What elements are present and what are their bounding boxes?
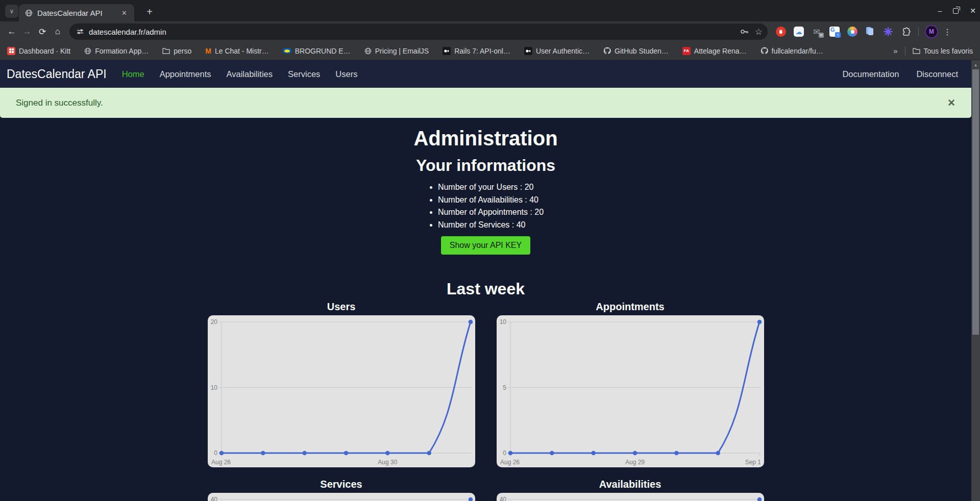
github-icon <box>603 47 611 55</box>
chevron-down-icon: ∨ <box>10 8 14 15</box>
profile-avatar[interactable]: M <box>925 25 938 38</box>
stat-services: Number of Services : 40 <box>438 219 544 232</box>
page-scrollbar[interactable]: ▲ <box>971 60 980 501</box>
nav-link-services[interactable]: Services <box>288 69 320 79</box>
users-chart: 01020Aug 26Aug 30 <box>208 315 475 467</box>
svg-text:Aug 29: Aug 29 <box>625 459 644 466</box>
adblock-hand-icon[interactable] <box>776 27 786 37</box>
forward-icon[interactable]: → <box>19 24 35 39</box>
all-bookmarks-button[interactable]: Tous les favoris <box>913 47 973 55</box>
palette-extension-icon[interactable] <box>847 27 857 37</box>
browser-toolbar: ← → ⟳ ⌂ datescalendar.fr/admin ☆ ☁ ✉ ✕ G <box>0 21 980 42</box>
bookmarks-bar: Dashboard · Kitt Formation App… perso M … <box>0 42 980 60</box>
charts-row-2: Services 02040 Availabilities 02040 <box>0 469 971 501</box>
extensions-puzzle-icon[interactable] <box>901 27 911 37</box>
page-title: Administration <box>0 127 971 149</box>
burst-extension-icon[interactable] <box>883 27 893 37</box>
plus-icon: + <box>146 6 153 18</box>
fa-badge-icon: FA <box>682 47 691 55</box>
svg-text:0: 0 <box>214 449 217 457</box>
bookmarks-overflow-icon[interactable]: » <box>893 46 897 55</box>
site-navbar: DatesCalendar API Home Appointments Avai… <box>0 60 971 88</box>
svg-text:Aug 26: Aug 26 <box>500 459 520 466</box>
nav-link-home[interactable]: Home <box>122 69 144 79</box>
bookmark-pricing-emailjs[interactable]: Pricing | EmailJS <box>364 47 429 55</box>
mistral-m-icon: M <box>205 47 211 55</box>
restore-icon[interactable] <box>953 8 959 14</box>
alert-close-icon[interactable]: ✕ <box>947 97 955 109</box>
toolbar-divider <box>918 27 919 36</box>
bookmark-le-chat-mistral[interactable]: M Le Chat - Mistr… <box>205 47 268 55</box>
window-close-icon[interactable]: ✕ <box>970 7 976 15</box>
menu-kebab-icon[interactable]: ⋮ <box>943 27 951 37</box>
address-bar[interactable]: datescalendar.fr/admin ☆ <box>69 23 768 40</box>
minimize-icon[interactable]: – <box>938 7 942 15</box>
svg-text:40: 40 <box>499 496 506 501</box>
globe-icon <box>364 47 372 55</box>
show-api-key-button[interactable]: Show your API KEY <box>441 236 530 255</box>
cloud-extension-icon[interactable]: ☁ <box>794 27 804 37</box>
chart-title-appointments: Appointments <box>497 300 764 313</box>
bookmark-formation-app[interactable]: Formation App… <box>84 47 149 55</box>
reload-icon[interactable]: ⟳ <box>35 24 50 39</box>
mail-checker-icon[interactable]: ✉ ✕ <box>812 27 822 37</box>
alert-message: Signed in successfully. <box>16 98 103 108</box>
globe-icon <box>25 9 33 17</box>
nav-link-documentation[interactable]: Documentation <box>842 69 899 79</box>
success-alert: Signed in successfully. ✕ <box>0 88 971 118</box>
bookmark-github-student[interactable]: GitHub Studen… <box>603 47 669 55</box>
nav-link-users[interactable]: Users <box>335 69 357 79</box>
bookmarks-divider <box>905 46 905 56</box>
svg-text:Sep 1: Sep 1 <box>745 459 761 466</box>
bookmark-attelage-renault[interactable]: FA Attelage Rena… <box>682 47 747 55</box>
window-controls: – ✕ <box>938 0 976 21</box>
dev-dots-icon <box>443 47 451 55</box>
bookmark-star-icon[interactable]: ☆ <box>755 27 763 37</box>
scrollbar-up-arrow[interactable]: ▲ <box>971 63 980 67</box>
dashboard-grid-icon <box>7 47 15 55</box>
globe-icon <box>84 47 91 55</box>
folder-icon <box>162 47 170 54</box>
bookmark-brogrund[interactable]: BROGRUND E… <box>283 47 351 55</box>
url-text[interactable]: datescalendar.fr/admin <box>89 28 733 36</box>
github-icon <box>761 47 768 55</box>
site-info-icon[interactable] <box>77 28 84 35</box>
bookmark-user-authentication[interactable]: User Authentic… <box>524 47 590 55</box>
pages-extension-icon[interactable] <box>865 27 875 37</box>
new-tab-button[interactable]: + <box>142 4 157 19</box>
charts-row-1: Users 01020Aug 26Aug 30 Appointments 051… <box>0 298 971 469</box>
svg-text:0: 0 <box>503 449 506 457</box>
bookmark-dashboard-kitt[interactable]: Dashboard · Kitt <box>7 47 70 55</box>
stat-users: Number of your Users : 20 <box>438 181 544 194</box>
bookmark-fullcalendar[interactable]: fullcalendar/fu… <box>761 47 823 55</box>
svg-text:40: 40 <box>210 496 217 501</box>
nav-link-availabilities[interactable]: Availabilities <box>227 69 273 79</box>
brand[interactable]: DatesCalendar API <box>7 67 107 81</box>
tab-strip: ∨ DatesCalendar API ✕ + – ✕ <box>0 0 980 21</box>
stats-list: Number of your Users : 20 Number of Avai… <box>428 181 544 231</box>
availabilities-chart: 02040 <box>497 493 764 501</box>
informations-heading: Your informations <box>0 156 971 175</box>
extensions-tray: ☁ ✉ ✕ G t <box>776 27 911 37</box>
scrollbar-thumb[interactable] <box>972 69 979 335</box>
back-icon[interactable]: ← <box>4 24 19 39</box>
browser-tab[interactable]: DatesCalendar API ✕ <box>19 4 134 21</box>
ikea-badge-icon <box>283 48 291 54</box>
nav-link-disconnect[interactable]: Disconnect <box>916 69 958 79</box>
bookmark-folder-perso[interactable]: perso <box>162 47 191 55</box>
tab-search-button[interactable]: ∨ <box>5 5 18 18</box>
chart-title-services: Services <box>208 478 475 490</box>
tab-title: DatesCalendar API <box>37 9 119 17</box>
chart-title-availabilities: Availabilities <box>497 478 764 490</box>
bookmark-rails7-api[interactable]: Rails 7: API-onl… <box>443 47 510 55</box>
chart-title-users: Users <box>208 300 475 313</box>
password-key-icon[interactable] <box>740 27 749 36</box>
appointments-chart: 0510Aug 26Aug 29Sep 1 <box>497 315 764 467</box>
svg-text:20: 20 <box>210 318 217 325</box>
svg-text:5: 5 <box>503 384 506 391</box>
svg-text:Aug 30: Aug 30 <box>378 459 397 466</box>
translate-icon[interactable]: G t <box>829 27 840 37</box>
tab-close-icon[interactable]: ✕ <box>119 8 129 18</box>
home-icon[interactable]: ⌂ <box>50 24 65 39</box>
nav-link-appointments[interactable]: Appointments <box>160 69 211 79</box>
